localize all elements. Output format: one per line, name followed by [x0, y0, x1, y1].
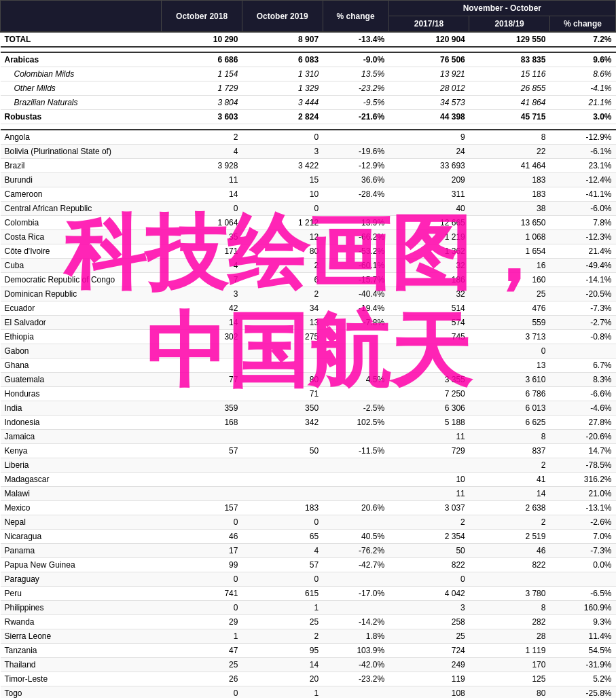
- col-header-oct2019: October 2019: [242, 1, 323, 33]
- table-row: Tanzania4795103.9%7241 11954.5%: [1, 643, 616, 657]
- table-row: Colombian Milds1 1541 31013.5%13 92115 1…: [1, 67, 616, 81]
- table-row: Paraguay000: [1, 572, 616, 586]
- table-row: Guatemala77804.5%3 3553 6108.3%: [1, 372, 616, 386]
- col-header-nov-oct-span: November - October: [388, 1, 615, 16]
- table-row: Sierra Leone121.8%252811.4%: [1, 629, 616, 643]
- table-row: Honduras717 2506 786-6.6%: [1, 386, 616, 401]
- table-row: Kenya5750-11.5%72983714.7%: [1, 443, 616, 458]
- col-header-y1819: 2018/19: [469, 16, 550, 33]
- table-row: Ecuador4234-19.4%514476-7.3%: [1, 301, 616, 315]
- table-row: Ghana136.7%: [1, 358, 616, 372]
- table-row: El Salvador1413-7.8%574559-2.7%: [1, 315, 616, 329]
- table-row: TOTAL10 2908 907-13.4%120 904129 5507.2%: [1, 32, 616, 47]
- table-row: Democratic Republic of Congo76-15.7%1861…: [1, 272, 616, 287]
- table-row: Angola2098-12.9%: [1, 130, 616, 145]
- table-row: Papua New Guinea9957-42.7%8228220.0%: [1, 557, 616, 572]
- table-row: Panama174-76.2%5046-7.3%: [1, 543, 616, 557]
- table-row: Malawi111421.0%: [1, 486, 616, 500]
- table-row: Thailand2514-42.0%249170-31.9%: [1, 657, 616, 672]
- table-row: Nepal0022-2.6%: [1, 515, 616, 529]
- table-row: Peru741615-17.0%4 0423 780-6.5%: [1, 586, 616, 600]
- data-table: October 2018 October 2019 % change Novem…: [0, 0, 616, 698]
- col-header-y1718: 2017/18: [388, 16, 469, 33]
- table-row: Indonesia168342102.5%5 1886 62527.8%: [1, 415, 616, 429]
- col-header-pct-annual: % change: [549, 16, 615, 33]
- table-row: Cameroon1410-28.4%311183-41.1%: [1, 187, 616, 201]
- table-row: Central African Republic004038-6.0%: [1, 201, 616, 215]
- table-row: Timor-Leste2620-23.2%1191255.2%: [1, 672, 616, 686]
- table-row: Ethiopia3022757453 713-0.8%: [1, 329, 616, 344]
- table-row: Philippines0138160.9%: [1, 600, 616, 614]
- table-row: Jamaica118-20.6%: [1, 429, 616, 443]
- table-row: Togo0110880-25.8%: [1, 686, 616, 698]
- table-row: Other Milds1 7291 329-23.2%28 01226 855-…: [1, 81, 616, 96]
- table-row: Brazil3 9283 422-12.9%33 69341 46423.1%: [1, 158, 616, 172]
- table-row: Gabon0: [1, 344, 616, 358]
- table-row: Nicaragua466540.5%2 3542 5197.0%: [1, 529, 616, 543]
- table-row: Burundi111536.6%209183-12.4%: [1, 172, 616, 187]
- table-row: Colombia1 0641 21213.9%12 66513 6507.8%: [1, 215, 616, 229]
- table-row: Dominican Republic32-40.4%3225-20.5%: [1, 287, 616, 301]
- table-row: Liberia2-78.5%: [1, 458, 616, 472]
- table-row: Madagascar1041316.2%: [1, 472, 616, 486]
- table-row: Robustas3 6032 824-21.6%44 39845 7153.0%: [1, 110, 616, 124]
- table-row: Côte d'Ivoire17180-53.2%1 3621 65421.4%: [1, 244, 616, 258]
- col-header-pct-monthly: % change: [323, 1, 388, 33]
- col-header-country: [1, 1, 162, 33]
- table-container: October 2018 October 2019 % change Novem…: [0, 0, 616, 698]
- table-row: India359350-2.5%6 3066 013-4.6%: [1, 401, 616, 415]
- table-row: Rwanda2925-14.2%2582829.3%: [1, 614, 616, 629]
- table-row: Arabicas6 6866 083-9.0%76 50683 8359.6%: [1, 52, 616, 67]
- table-row: Bolivia (Plurinational State of)43-19.6%…: [1, 144, 616, 158]
- table-row: Costa Rica3512-66.2%1 2191 068-12.3%: [1, 229, 616, 244]
- table-row: Cuba42-60.1%3216-49.4%: [1, 258, 616, 272]
- table-row: Mexico15718320.6%3 0372 638-13.1%: [1, 500, 616, 515]
- table-row: Brazilian Naturals3 8043 444-9.5%34 5734…: [1, 96, 616, 110]
- col-header-oct2018: October 2018: [162, 1, 242, 33]
